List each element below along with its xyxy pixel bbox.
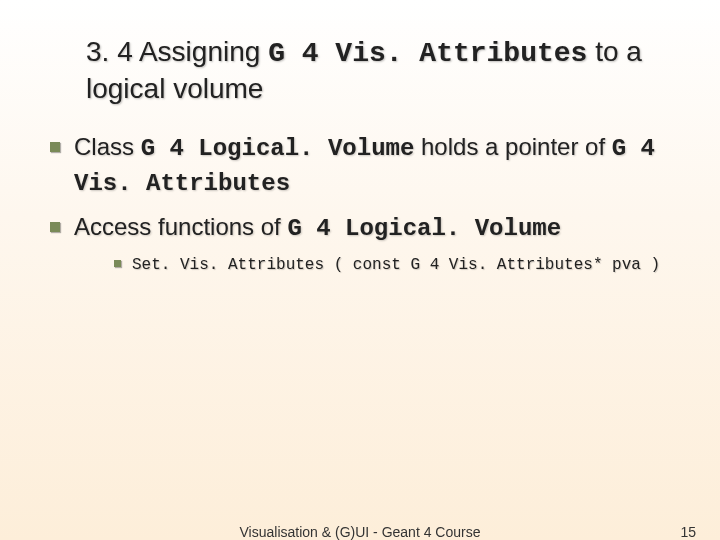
sub-list: Set. Vis. Attributes ( const G 4 Vis. At…: [110, 253, 676, 277]
code: Set. Vis. Attributes ( const G 4 Vis. At…: [132, 256, 660, 274]
footer-text: Visualisation & (G)UI - Geant 4 Course: [0, 524, 720, 540]
page-number: 15: [680, 524, 696, 540]
text: Class: [74, 133, 141, 160]
list-item: Access functions of G 4 Logical. Volume …: [44, 210, 676, 277]
code: G 4 Logical. Volume: [287, 215, 561, 242]
code: G 4 Logical. Volume: [141, 135, 415, 162]
text: Access functions of: [74, 213, 287, 240]
list-item: Set. Vis. Attributes ( const G 4 Vis. At…: [110, 253, 676, 277]
slide-title: 3. 4 Assigning G 4 Vis. Attributes to a …: [86, 34, 676, 106]
title-code: G 4 Vis. Attributes: [268, 38, 587, 69]
text: holds a pointer of: [414, 133, 611, 160]
bullet-list: Class G 4 Logical. Volume holds a pointe…: [44, 130, 676, 277]
title-prefix: 3. 4 Assigning: [86, 36, 268, 67]
slide: 3. 4 Assigning G 4 Vis. Attributes to a …: [0, 0, 720, 540]
list-item: Class G 4 Logical. Volume holds a pointe…: [44, 130, 676, 200]
